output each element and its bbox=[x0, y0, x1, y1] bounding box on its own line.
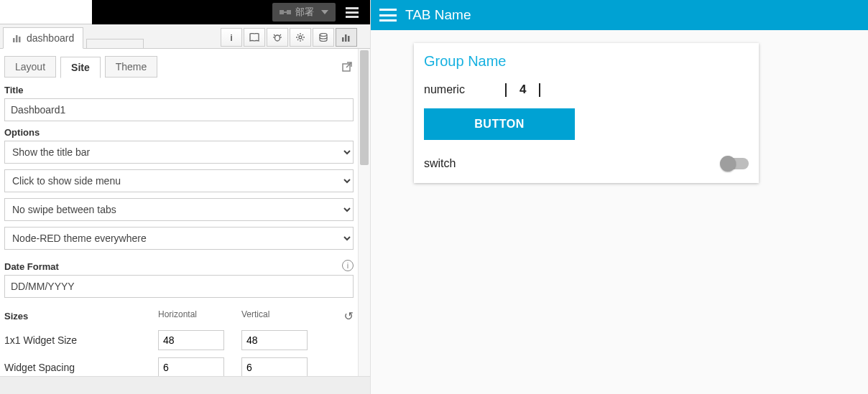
reset-sizes-button[interactable]: ↻ bbox=[343, 309, 354, 323]
group-card: Group Name numeric 4 BUTTON switch bbox=[414, 43, 759, 183]
tab-theme[interactable]: Theme bbox=[105, 56, 158, 78]
deploy-button[interactable]: 部署 bbox=[272, 3, 336, 22]
svg-point-10 bbox=[299, 36, 302, 39]
open-dashboard-button[interactable] bbox=[342, 62, 354, 72]
widget-h-input[interactable] bbox=[158, 330, 224, 350]
svg-line-15 bbox=[297, 34, 298, 35]
tool-help-button[interactable] bbox=[244, 28, 265, 47]
svg-line-18 bbox=[303, 34, 303, 35]
svg-rect-22 bbox=[348, 36, 350, 42]
switch-toggle[interactable] bbox=[721, 158, 749, 169]
chevron-up-icon bbox=[539, 83, 540, 97]
option-theme-select[interactable]: Node-RED theme everywhere bbox=[4, 227, 354, 250]
group-title: Group Name bbox=[424, 53, 749, 70]
tab-site[interactable]: Site bbox=[60, 57, 101, 78]
numeric-label: numeric bbox=[424, 83, 492, 96]
spacing-v-input[interactable] bbox=[241, 357, 308, 377]
svg-point-19 bbox=[320, 34, 327, 37]
gear-icon bbox=[296, 33, 305, 42]
vertical-scrollbar[interactable] bbox=[358, 49, 370, 394]
svg-rect-21 bbox=[345, 34, 347, 42]
switch-label: switch bbox=[424, 157, 456, 170]
svg-rect-4 bbox=[19, 37, 21, 42]
sizes-label: Sizes bbox=[4, 311, 28, 322]
tool-context-button[interactable] bbox=[313, 28, 334, 47]
widget-v-input[interactable] bbox=[241, 330, 308, 350]
deploy-icon bbox=[280, 8, 291, 17]
bug-icon bbox=[273, 33, 282, 42]
numeric-increment-button[interactable] bbox=[539, 83, 540, 96]
svg-line-16 bbox=[303, 39, 303, 40]
title-input[interactable] bbox=[4, 98, 354, 121]
dashboard-tab-title: TAB Name bbox=[405, 7, 471, 23]
tab-layout[interactable]: Layout bbox=[4, 56, 56, 78]
dateformat-input[interactable] bbox=[4, 275, 354, 298]
title-label: Title bbox=[4, 85, 354, 95]
option-sidemenu-select[interactable]: Click to show side menu bbox=[4, 169, 354, 192]
numeric-value: 4 bbox=[520, 83, 526, 97]
row-widget-label: 1x1 Widget Size bbox=[4, 334, 77, 346]
options-label: Options bbox=[4, 127, 354, 138]
tool-dashboard-button[interactable] bbox=[336, 28, 357, 47]
bar-chart-icon bbox=[12, 34, 22, 42]
tool-info-button[interactable]: i bbox=[221, 28, 242, 47]
chevron-down-icon bbox=[505, 83, 507, 97]
tool-debug-button[interactable] bbox=[267, 28, 288, 47]
row-spacing-label: Widget Spacing bbox=[4, 362, 75, 373]
external-link-icon bbox=[342, 62, 352, 72]
main-menu-button[interactable] bbox=[340, 3, 364, 22]
sidebar-tab-label: dashboard bbox=[27, 32, 74, 44]
dashboard-button[interactable]: BUTTON bbox=[424, 108, 575, 140]
sidebar-tab-empty[interactable] bbox=[86, 39, 144, 49]
dateformat-label: Date Format bbox=[4, 261, 59, 272]
database-icon bbox=[319, 33, 328, 42]
option-swipe-select[interactable]: No swipe between tabs bbox=[4, 198, 354, 221]
info-icon[interactable]: i bbox=[342, 260, 354, 271]
svg-point-5 bbox=[275, 35, 280, 41]
horizontal-label: Horizontal bbox=[158, 309, 241, 319]
bar-chart-icon bbox=[341, 33, 351, 42]
dashboard-menu-button[interactable] bbox=[379, 9, 397, 22]
svg-line-9 bbox=[280, 34, 281, 36]
svg-rect-1 bbox=[287, 10, 291, 14]
svg-line-17 bbox=[297, 39, 298, 40]
svg-line-8 bbox=[274, 34, 275, 36]
chevron-down-icon bbox=[321, 10, 328, 14]
svg-rect-0 bbox=[280, 10, 284, 14]
deploy-label: 部署 bbox=[295, 6, 314, 19]
vertical-label: Vertical bbox=[241, 309, 325, 319]
svg-rect-20 bbox=[342, 37, 344, 42]
svg-rect-3 bbox=[16, 35, 18, 42]
spacing-h-input[interactable] bbox=[158, 357, 224, 377]
book-icon bbox=[249, 33, 259, 42]
tool-config-button[interactable] bbox=[290, 28, 311, 47]
numeric-decrement-button[interactable] bbox=[505, 83, 507, 96]
svg-rect-2 bbox=[13, 38, 15, 42]
option-titlebar-select[interactable]: Show the title bar bbox=[4, 141, 354, 164]
sidebar-tab-dashboard[interactable]: dashboard bbox=[3, 27, 83, 49]
